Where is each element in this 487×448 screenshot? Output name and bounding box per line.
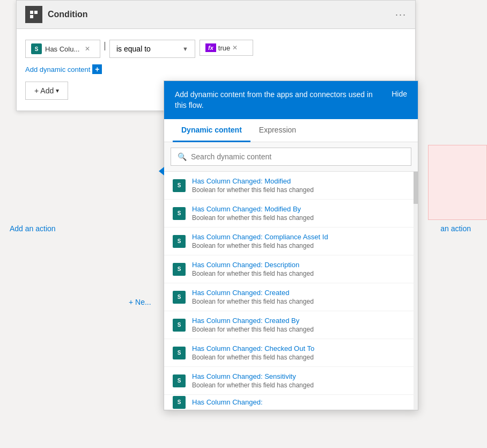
list-item[interactable]: S Has Column Changed: Created Boolean fo… xyxy=(164,283,418,311)
condition-title: Condition xyxy=(48,10,88,19)
chip-text: Has Colu... xyxy=(45,45,79,53)
add-button-chevron: ▾ xyxy=(56,87,59,94)
add-action-left[interactable]: Add an action xyxy=(10,224,56,233)
search-input[interactable] xyxy=(191,152,404,161)
fx-value-chip[interactable]: fx true ✕ xyxy=(200,40,253,56)
item-info: Has Column Changed: Compliance Asset Id … xyxy=(192,233,409,249)
condition-header: Condition ··· xyxy=(17,1,415,29)
has-column-chip[interactable]: S Has Colu... ✕ xyxy=(25,40,100,58)
item-icon: S xyxy=(173,235,186,248)
item-title: Has Column Changed: Created By xyxy=(192,317,409,325)
list-item[interactable]: S Has Column Changed: Modified Boolean f… xyxy=(164,172,418,200)
list-item[interactable]: S Has Column Changed: Modified By Boolea… xyxy=(164,200,418,227)
condition-more-options[interactable]: ··· xyxy=(395,9,407,20)
operator-label: is equal to xyxy=(116,45,151,53)
list-item[interactable]: S Has Column Changed: Description Boolea… xyxy=(164,255,418,283)
item-subtitle: Boolean for whether this field has chang… xyxy=(192,298,409,305)
popup-search-area: 🔍 xyxy=(164,142,418,172)
item-info: Has Column Changed: Checked Out To Boole… xyxy=(192,344,409,361)
add-action-left-label: Add an action xyxy=(10,224,56,233)
add-action-right[interactable]: an action xyxy=(440,224,471,233)
tab-expression[interactable]: Expression xyxy=(250,119,305,142)
item-subtitle: Boolean for whether this field has chang… xyxy=(192,354,409,361)
list-item[interactable]: S Has Column Changed: Created By Boolean… xyxy=(164,311,418,339)
new-button[interactable]: + Ne... xyxy=(129,298,151,306)
item-subtitle: Boolean for whether this field has chang… xyxy=(192,242,409,249)
condition-header-left: Condition xyxy=(25,6,88,23)
svg-rect-0 xyxy=(30,11,33,14)
item-info: Has Column Changed: Description Boolean … xyxy=(192,261,409,277)
fx-value-text: true xyxy=(218,44,230,52)
item-info: Has Column Changed: Modified By Boolean … xyxy=(192,205,409,222)
tab-expression-label: Expression xyxy=(259,126,296,134)
operator-dropdown[interactable]: is equal to ▼ xyxy=(109,40,195,58)
item-info: Has Column Changed: Sensitivity Boolean … xyxy=(192,372,409,389)
tab-dynamic-label: Dynamic content xyxy=(181,126,242,134)
content-list: S Has Column Changed: Modified Boolean f… xyxy=(164,172,418,410)
item-icon: S xyxy=(173,319,186,332)
item-subtitle: Boolean for whether this field has chang… xyxy=(192,270,409,277)
pink-side-panel xyxy=(428,145,487,220)
search-icon: 🔍 xyxy=(178,152,187,161)
item-title: Has Column Changed: Sensitivity xyxy=(192,372,409,380)
item-subtitle: Boolean for whether this field has chang… xyxy=(192,214,409,222)
new-button-label: + Ne... xyxy=(129,298,151,306)
item-title: Has Column Changed: Compliance Asset Id xyxy=(192,233,409,241)
item-title: Has Column Changed: Created xyxy=(192,289,409,297)
tab-dynamic-content[interactable]: Dynamic content xyxy=(173,119,250,142)
list-item[interactable]: S Has Column Changed: xyxy=(164,395,418,410)
add-dynamic-label: Add dynamic content xyxy=(25,65,90,74)
text-cursor xyxy=(105,42,105,50)
item-icon: S xyxy=(173,179,186,192)
dynamic-content-popup: Add dynamic content from the apps and co… xyxy=(164,80,418,410)
item-icon: S xyxy=(173,207,186,220)
popup-arrow xyxy=(159,167,164,175)
add-action-right-label: an action xyxy=(440,224,471,233)
popup-tabs: Dynamic content Expression xyxy=(164,119,418,142)
search-input-wrapper[interactable]: 🔍 xyxy=(171,148,411,166)
popup-header-text: Add dynamic content from the apps and co… xyxy=(175,90,379,111)
item-title: Has Column Changed: Description xyxy=(192,261,409,269)
dropdown-arrow-icon: ▼ xyxy=(182,46,188,52)
item-info: Has Column Changed: xyxy=(192,398,409,406)
item-info: Has Column Changed: Created By Boolean f… xyxy=(192,317,409,333)
scroll-thumb xyxy=(414,172,418,204)
item-icon: S xyxy=(173,263,186,276)
chip-sharepoint-icon: S xyxy=(31,43,42,54)
item-subtitle: Boolean for whether this field has chang… xyxy=(192,186,409,194)
item-subtitle: Boolean for whether this field has chang… xyxy=(192,326,409,333)
add-button-label: + Add xyxy=(34,86,54,95)
item-icon: S xyxy=(173,396,186,409)
item-title: Has Column Changed: xyxy=(192,398,409,406)
item-title: Has Column Changed: Checked Out To xyxy=(192,344,409,352)
item-info: Has Column Changed: Created Boolean for … xyxy=(192,289,409,305)
item-title: Has Column Changed: Modified By xyxy=(192,205,409,213)
fx-close-icon[interactable]: ✕ xyxy=(232,44,238,52)
item-title: Has Column Changed: Modified xyxy=(192,177,409,185)
popup-hide-button[interactable]: Hide xyxy=(392,90,407,98)
popup-header: Add dynamic content from the apps and co… xyxy=(164,81,418,119)
fx-badge: fx xyxy=(205,43,216,52)
add-dynamic-content-link[interactable]: Add dynamic content + xyxy=(25,64,407,74)
item-icon: S xyxy=(173,291,186,304)
list-item[interactable]: S Has Column Changed: Compliance Asset I… xyxy=(164,227,418,255)
item-icon: S xyxy=(173,374,186,387)
item-info: Has Column Changed: Modified Boolean for… xyxy=(192,177,409,194)
item-subtitle: Boolean for whether this field has chang… xyxy=(192,381,409,389)
condition-row: S Has Colu... ✕ is equal to ▼ fx true ✕ xyxy=(25,40,407,58)
item-icon: S xyxy=(173,347,186,359)
list-item[interactable]: S Has Column Changed: Sensitivity Boolea… xyxy=(164,367,418,395)
scrollbar[interactable] xyxy=(414,172,418,410)
svg-rect-1 xyxy=(34,11,38,14)
add-dynamic-plus-icon: + xyxy=(92,64,102,74)
list-item[interactable]: S Has Column Changed: Checked Out To Boo… xyxy=(164,339,418,367)
chip-close-icon[interactable]: ✕ xyxy=(85,45,90,53)
condition-icon xyxy=(25,6,42,23)
add-button[interactable]: + Add ▾ xyxy=(25,82,68,100)
svg-rect-2 xyxy=(30,15,33,18)
